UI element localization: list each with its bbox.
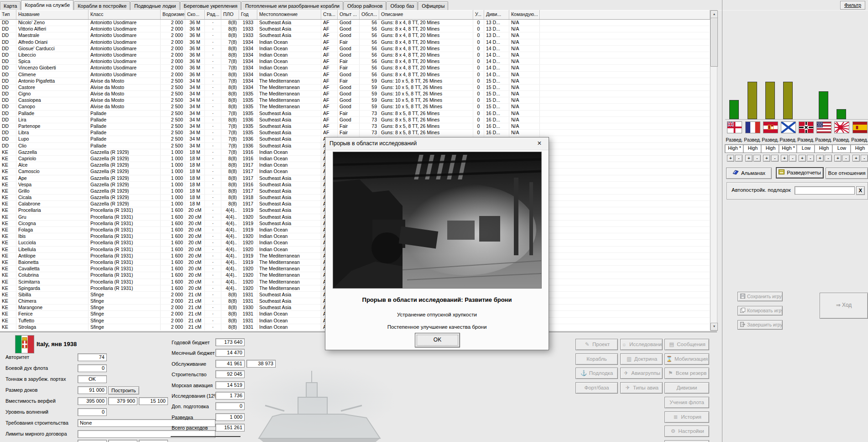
ship-row[interactable]: DDClimeneAntoniotto Usodimare2 00036 M·8… [0, 72, 710, 78]
turn-button[interactable]: ⇒ Ход [820, 293, 868, 319]
action-button-stub[interactable] [664, 440, 709, 442]
column-header[interactable]: Обсл... [360, 10, 379, 19]
spy-level-select[interactable]: High [814, 144, 834, 153]
scroll-up-icon[interactable]: ▲ [711, 11, 718, 18]
ship-row[interactable]: DDAntonio PigafettaAlvise da Mosto2 5003… [0, 78, 710, 84]
action-button-2-4[interactable]: Учения флота [664, 397, 709, 408]
column-header[interactable]: Класс [89, 10, 161, 19]
column-header[interactable]: ПЛО [221, 10, 239, 19]
spy-minus-button[interactable]: - [842, 155, 850, 162]
ship-row[interactable]: DDLiraPallade2 50034 M·8(8)1936Southeast… [0, 117, 710, 123]
ship-row[interactable]: DDGiosue' CarducciAntoniotto Usodimare2 … [0, 46, 710, 52]
action-button-0-0[interactable]: ✎Проект [575, 339, 618, 350]
spy-minus-button[interactable]: - [807, 155, 814, 162]
ship-row[interactable]: DDAlfredo OrianiAntoniotto Usodimare2 00… [0, 39, 710, 46]
ship-row[interactable]: DDVittorio AlfieriAntoniotto Usodimare2 … [0, 26, 710, 32]
copy-game-button[interactable]: Копировать игру [737, 306, 783, 316]
ok-button[interactable]: OK [415, 333, 460, 347]
spy-minus-button[interactable]: - [789, 155, 796, 162]
spy-plus-button[interactable]: + [834, 155, 842, 162]
ship-row[interactable]: DDCastoreAlvise da Mosto2 50034 M·8(8)19… [0, 84, 710, 91]
column-header[interactable]: Командую... [509, 10, 540, 19]
ship-row[interactable]: DDVincenzo GiobertiAntoniotto Usodimare2… [0, 65, 710, 71]
action-button-0-3[interactable]: Форт/база [575, 382, 618, 394]
spy-level-select[interactable]: High * [725, 144, 744, 153]
action-button-2-0[interactable]: ▤Сообщения [664, 339, 709, 350]
scroll-down-icon[interactable]: ▼ [711, 323, 718, 331]
spy-level-select[interactable]: Low [832, 144, 852, 153]
ship-row[interactable]: DDMaestraleAntoniotto Usodimare2 00036 M… [0, 32, 710, 39]
action-button-2-3[interactable]: Дивизии [664, 382, 709, 394]
action-button-1-1[interactable]: ▥Доктрина [620, 353, 663, 365]
action-button-2-5[interactable]: ≣История [664, 411, 709, 423]
action-button-0-2[interactable]: ⚓Подлодка [575, 368, 618, 379]
column-header[interactable]: Ста... [321, 10, 338, 19]
intel-reports-button[interactable]: Разведотчеты [776, 167, 824, 179]
action-button-1-0[interactable]: ☼Исследования [620, 339, 663, 350]
autobuild-field[interactable] [795, 186, 855, 195]
spy-plus-button[interactable]: + [745, 155, 753, 162]
ship-row[interactable]: DDCassiopeaAlvise da Mosto2 50034 M·8(8)… [0, 97, 710, 104]
spy-level-select[interactable]: High [761, 144, 780, 153]
table-scrollbar[interactable]: ▲ ▼ [710, 10, 717, 331]
save-game-button[interactable]: Сохранить игру [737, 292, 783, 301]
ship-row[interactable]: DDSpicaAntoniotto Usodimare2 00036 M·7(8… [0, 58, 710, 65]
column-header[interactable]: У... [473, 10, 484, 19]
column-header[interactable]: Описание [379, 10, 473, 19]
column-header[interactable]: Местоположение [257, 10, 321, 19]
ship-row[interactable]: DDPalladePallade2 50034 M·7(8)1935Southe… [0, 110, 710, 117]
ship-row[interactable]: DDCignoAlvise da Mosto2 50034 M·8(8)1935… [0, 91, 710, 97]
tab-0[interactable]: Карта [0, 1, 21, 10]
dialog-close-icon[interactable]: × [530, 137, 549, 150]
ship-row[interactable]: DDPartenopePallade2 50034 M·7(8)1935Sout… [0, 123, 710, 130]
spy-minus-button[interactable]: - [825, 155, 832, 162]
spy-level-select[interactable]: Low [796, 144, 816, 153]
column-header[interactable]: Название [16, 10, 89, 19]
spy-level-select[interactable]: High * [779, 144, 798, 153]
column-header[interactable]: Рад... [205, 10, 221, 19]
scroll-thumb[interactable] [711, 18, 718, 67]
all-relations-button[interactable]: Все отношения [826, 168, 868, 179]
spy-plus-button[interactable]: + [799, 155, 806, 162]
column-header[interactable]: Год [239, 10, 257, 19]
spy-minus-button[interactable]: - [735, 155, 743, 162]
tab-1[interactable]: Корабли на службе [21, 0, 73, 10]
spy-minus-button[interactable]: - [861, 155, 868, 162]
almanac-button[interactable]: Альманах [726, 168, 772, 179]
spy-plus-button[interactable]: + [763, 155, 770, 162]
spy-level-select[interactable]: High [743, 144, 763, 153]
autobuild-clear-button[interactable]: X [856, 186, 865, 195]
action-button-0-1[interactable]: Корабль [575, 353, 618, 365]
ship-row[interactable]: DDLibraPallade2 50034 M·7(8)1935Southeas… [0, 130, 710, 136]
action-button-1-2[interactable]: ✈Авиагруппы [620, 368, 663, 379]
tab-4[interactable]: Береговые укрепления [180, 1, 241, 10]
action-button-1-3[interactable]: ✈Типы авиа [620, 382, 663, 394]
ship-row[interactable]: DDLibeccioAntoniotto Usodimare2 00036 M·… [0, 52, 710, 58]
tab-7[interactable]: Обзор баз [387, 1, 418, 10]
tab-8[interactable]: Офицеры [418, 1, 448, 10]
column-header[interactable]: Ско... [185, 10, 205, 19]
column-header[interactable]: Водоизме... [161, 10, 185, 19]
tab-3[interactable]: Подводные лодки [131, 1, 179, 10]
tab-2[interactable]: Корабли в постройке [74, 1, 130, 10]
spy-level-select[interactable]: High [850, 144, 868, 153]
spy-minus-button[interactable]: - [771, 155, 779, 162]
action-button-2-6[interactable]: ⚙Настройки [664, 426, 709, 437]
ship-row[interactable]: DDCanopoAlvise da Mosto2 50034 M·8(8)193… [0, 104, 710, 110]
spy-plus-button[interactable]: + [852, 155, 860, 162]
action-button-2-1[interactable]: ⌛Мобилизация [664, 353, 709, 365]
spy-plus-button[interactable]: + [816, 155, 824, 162]
action-button-2-2[interactable]: ⚑Всем резерв [664, 368, 709, 379]
column-header[interactable]: Диви... [484, 10, 509, 19]
spy-plus-button[interactable]: + [727, 155, 734, 162]
tab-5[interactable]: Потопленные или разобранные корабли [241, 1, 343, 10]
end-game-button[interactable]: Завершить игру [737, 320, 783, 330]
ship-row[interactable]: DDNicolo' ZenoAntoniotto Usodimare2 0003… [0, 20, 710, 26]
spy-minus-button[interactable]: - [753, 155, 761, 162]
column-header[interactable]: Опыт ... [338, 10, 360, 19]
exit-icon [740, 321, 745, 330]
filter-button[interactable]: Фильтр [840, 1, 865, 10]
spy-plus-button[interactable]: + [781, 155, 788, 162]
tab-6[interactable]: Обзор районов [344, 1, 386, 10]
column-header[interactable]: Тип [0, 10, 16, 19]
